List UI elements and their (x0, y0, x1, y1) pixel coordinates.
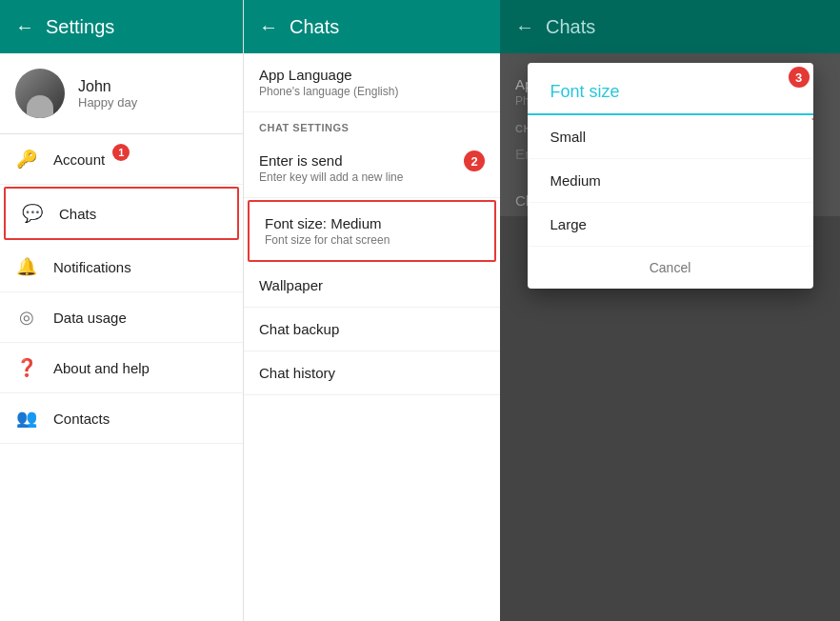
font-size-cancel-button[interactable]: Cancel (528, 247, 813, 289)
chats-header-title: Chats (290, 16, 339, 38)
enter-is-send-title: Enter is send (259, 152, 485, 169)
sidebar-item-account[interactable]: 🔑 Account 1 (0, 134, 243, 185)
chat-icon: 💬 (21, 202, 44, 225)
chat-backup-item[interactable]: Chat backup (244, 308, 500, 351)
settings-back-button[interactable]: ← (15, 16, 34, 38)
chat-history-item[interactable]: Chat history (244, 351, 500, 395)
settings-panel: ← Settings John Happy day 🔑 Account 1 💬 … (0, 0, 243, 621)
font-size-large-option[interactable]: Large (528, 203, 813, 247)
contacts-icon: 👥 (15, 407, 38, 430)
font-size-dialog: 3 Select any font size of your choice Fo… (528, 63, 813, 289)
wallpaper-item[interactable]: Wallpaper (244, 264, 500, 308)
wallpaper-title: Wallpaper (259, 277, 485, 293)
font-size-dialog-overlay: 3 Select any font size of your choice Fo… (500, 53, 840, 621)
account-label: Account (53, 151, 105, 168)
account-step-badge: 1 (112, 144, 130, 161)
profile-status: Happy day (78, 95, 137, 110)
enter-is-send-item[interactable]: 2 Enter is send Enter key will add a new… (244, 139, 500, 198)
step3-badge: 3 (789, 67, 810, 88)
sidebar-item-notifications[interactable]: 🔔 Notifications (0, 242, 243, 292)
right-panel: ← Chats App Language Phone's language (E… (500, 0, 840, 621)
contacts-label: Contacts (53, 411, 110, 427)
font-size-subtitle: Font size for chat screen (265, 233, 479, 247)
chats-header: ← Chats (244, 0, 500, 53)
right-header-title: Chats (546, 16, 595, 38)
settings-header: ← Settings (0, 0, 243, 53)
nav-list: 🔑 Account 1 💬 Chats 🔔 Notifications ◎ Da… (0, 134, 243, 621)
data-usage-label: Data usage (53, 310, 127, 326)
avatar (15, 69, 65, 118)
chat-backup-title: Chat backup (259, 321, 485, 337)
data-icon: ◎ (15, 306, 38, 329)
chats-panel: ← Chats App Language Phone's language (E… (243, 0, 500, 621)
chats-back-button[interactable]: ← (259, 16, 278, 38)
chats-label: Chats (59, 206, 96, 222)
app-language-title: App Language (259, 67, 485, 83)
font-size-small-option[interactable]: Small (528, 115, 813, 159)
about-help-label: About and help (53, 360, 150, 376)
sidebar-item-about-help[interactable]: ❓ About and help (0, 343, 243, 393)
right-back-button[interactable]: ← (515, 16, 534, 38)
profile-name: John (78, 78, 137, 95)
help-icon: ❓ (15, 356, 38, 379)
enter-is-send-subtitle: Enter key will add a new line (259, 170, 485, 184)
settings-title: Settings (46, 16, 114, 38)
font-size-medium-option[interactable]: Medium (528, 159, 813, 203)
notifications-label: Notifications (53, 259, 131, 275)
profile-info: John Happy day (78, 78, 137, 110)
font-size-dialog-title: Font size (528, 63, 813, 115)
chat-settings-section-label: CHAT SETTINGS (244, 112, 500, 139)
app-language-subtitle: Phone's language (English) (259, 85, 485, 98)
sidebar-item-chats[interactable]: 💬 Chats (4, 187, 239, 240)
right-header: ← Chats (500, 0, 840, 53)
avatar-image (15, 69, 65, 118)
font-size-item[interactable]: Font size: Medium Font size for chat scr… (248, 200, 496, 262)
sidebar-item-contacts[interactable]: 👥 Contacts (0, 393, 243, 444)
bell-icon: 🔔 (15, 255, 38, 278)
chat-history-title: Chat history (259, 365, 485, 381)
key-icon: 🔑 (15, 148, 38, 170)
sidebar-item-data-usage[interactable]: ◎ Data usage (0, 292, 243, 343)
font-size-title: Font size: Medium (265, 215, 479, 231)
profile-section[interactable]: John Happy day (0, 53, 243, 134)
step2-badge: 2 (464, 150, 485, 171)
app-language-item[interactable]: App Language Phone's language (English) (244, 53, 500, 112)
